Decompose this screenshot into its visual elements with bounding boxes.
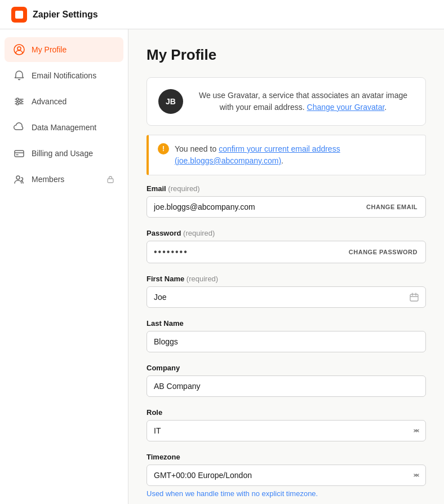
timezone-label: Timezone	[146, 453, 426, 461]
page-title: My Profile	[146, 46, 426, 64]
users-icon	[14, 174, 25, 185]
first-name-icon-button[interactable]	[403, 288, 425, 306]
role-field-group: Role IT Engineering Marketing Sales Oper…	[146, 408, 426, 441]
change-email-button[interactable]: CHANGE EMAIL	[358, 198, 425, 216]
company-input[interactable]	[146, 375, 426, 397]
svg-point-1	[17, 47, 21, 50]
lock-icon	[106, 175, 114, 183]
svg-rect-12	[108, 179, 113, 183]
sidebar-item-billing-usage[interactable]: Billing and Usage	[5, 141, 123, 166]
password-label: Password (required)	[146, 229, 426, 237]
user-circle-icon	[14, 44, 25, 55]
last-name-input[interactable]	[146, 331, 426, 352]
timezone-select[interactable]: GMT+00:00 Europe/London GMT-05:00 Americ…	[146, 465, 426, 486]
calendar-icon	[410, 293, 419, 302]
first-name-label: First Name (required)	[146, 275, 426, 283]
company-label: Company	[146, 364, 426, 372]
password-dots: ••••••••	[147, 241, 341, 263]
email-label: Email (required)	[146, 184, 426, 193]
cloud-icon	[14, 122, 25, 133]
sidebar-label-members: Members	[32, 175, 64, 184]
password-field-group: Password (required) •••••••• CHANGE PASS…	[146, 229, 426, 263]
warning-icon: !	[158, 143, 169, 154]
sidebar-item-advanced[interactable]: Advanced	[5, 89, 123, 114]
sidebar-item-email-notifications[interactable]: Email Notifications	[5, 63, 123, 88]
svg-point-5	[16, 98, 19, 100]
sidebar-item-data-management[interactable]: Data Management	[5, 115, 123, 140]
timezone-hint: Used when we handle time with no explici…	[146, 489, 426, 498]
sidebar: My Profile Email Notifications	[0, 29, 128, 504]
warning-text: You need to confirm your current email a…	[175, 143, 416, 167]
last-name-field-group: Last Name	[146, 319, 426, 352]
credit-card-icon	[14, 148, 25, 159]
password-input-wrapper: •••••••• CHANGE PASSWORD	[146, 241, 426, 263]
sidebar-item-my-profile[interactable]: My Profile	[5, 37, 123, 62]
first-name-input-wrapper	[146, 286, 426, 308]
app-header: Zapier Settings	[0, 0, 444, 29]
app-title: Zapier Settings	[33, 10, 98, 20]
gravatar-card: JB We use Gravatar, a service that assoc…	[146, 77, 426, 126]
app-logo	[11, 7, 27, 23]
sidebar-label-email-notifications: Email Notifications	[32, 71, 96, 80]
change-password-button[interactable]: CHANGE PASSWORD	[341, 243, 425, 261]
email-input[interactable]	[147, 197, 358, 217]
main-content: My Profile JB We use Gravatar, a service…	[128, 29, 444, 504]
first-name-field-group: First Name (required)	[146, 275, 426, 308]
sidebar-label-data-management: Data Management	[32, 123, 96, 132]
logo-inner	[15, 11, 23, 19]
bell-icon	[14, 70, 25, 81]
main-layout: My Profile Email Notifications	[0, 29, 444, 504]
role-select[interactable]: IT Engineering Marketing Sales Operation…	[146, 420, 426, 441]
sliders-icon	[14, 96, 25, 107]
sidebar-label-billing-usage: Billing and Usage	[32, 149, 93, 158]
email-field-group: Email (required) CHANGE EMAIL	[146, 184, 426, 218]
email-input-wrapper: CHANGE EMAIL	[146, 196, 426, 218]
svg-point-11	[16, 176, 20, 179]
last-name-label: Last Name	[146, 319, 426, 328]
email-warning-card: ! You need to confirm your current email…	[146, 135, 426, 175]
sidebar-label-advanced: Advanced	[32, 97, 66, 106]
role-select-wrapper: IT Engineering Marketing Sales Operation…	[146, 420, 426, 441]
timezone-field-group: Timezone GMT+00:00 Europe/London GMT-05:…	[146, 453, 426, 498]
sidebar-item-members[interactable]: Members	[5, 167, 123, 192]
timezone-select-wrapper: GMT+00:00 Europe/London GMT-05:00 Americ…	[146, 465, 426, 486]
gravatar-description: We use Gravatar, a service that associat…	[192, 90, 414, 113]
svg-point-6	[20, 100, 22, 103]
svg-rect-8	[15, 151, 24, 157]
company-field-group: Company	[146, 364, 426, 397]
gravatar-link[interactable]: Change your Gravatar	[307, 103, 385, 112]
avatar: JB	[158, 89, 183, 114]
svg-rect-13	[410, 294, 418, 301]
role-label: Role	[146, 408, 426, 417]
svg-point-7	[16, 103, 19, 105]
sidebar-label-my-profile: My Profile	[32, 45, 66, 54]
first-name-input[interactable]	[147, 287, 403, 307]
